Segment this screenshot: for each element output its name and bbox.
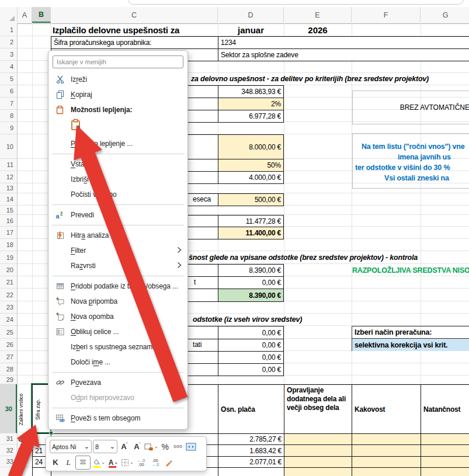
- column-header-D[interactable]: D: [218, 7, 284, 23]
- menu-item-4[interactable]: Posebno lepljenje ...: [48, 136, 187, 151]
- copy-as-picture-button[interactable]: ⌄: [144, 440, 158, 453]
- calc-mode-value[interactable]: selektivna korekcija vsi krit.: [352, 339, 469, 351]
- lock-marker-A33[interactable]: O: [18, 456, 31, 467]
- column-header-B[interactable]: B: [32, 7, 51, 23]
- comma-style-button[interactable]: 000: [172, 440, 184, 453]
- value-cell-D14[interactable]: 500,00 €: [218, 193, 284, 206]
- menu-item-12[interactable]: Hitra analiza: [48, 228, 187, 243]
- menu-item-16[interactable]: Pridobi podatke iz tabele/obsega ...: [48, 279, 187, 294]
- menu-item-13[interactable]: Filter: [48, 243, 187, 258]
- merge-center-button[interactable]: [185, 440, 197, 453]
- row-header-4[interactable]: 4: [0, 61, 17, 73]
- row-header-22[interactable]: 22: [0, 289, 17, 301]
- column-header-A[interactable]: A: [18, 7, 32, 23]
- borders-button[interactable]: ⌄: [121, 456, 134, 469]
- row-header-7[interactable]: 7: [0, 98, 17, 110]
- menu-item-0[interactable]: Izreži: [48, 72, 187, 87]
- bold-button[interactable]: K: [50, 456, 61, 469]
- fill-handle[interactable]: [49, 431, 53, 435]
- row-header-26[interactable]: 26: [0, 339, 17, 351]
- lock-marker-A31[interactable]: O: [18, 433, 31, 444]
- font-color-button[interactable]: A⌄: [107, 456, 120, 469]
- row-header-6[interactable]: 6: [0, 85, 17, 98]
- row-header-30[interactable]: 30: [0, 384, 17, 433]
- value-cell-D21[interactable]: 0,00 €: [218, 276, 284, 289]
- row-header-1[interactable]: 1: [0, 23, 17, 36]
- row-header-18[interactable]: 18: [0, 239, 17, 251]
- percent-style-button[interactable]: %: [159, 440, 171, 453]
- table-cell-F34[interactable]: [352, 467, 421, 476]
- row-header-24[interactable]: 24: [0, 314, 17, 326]
- row-header-14[interactable]: 14: [0, 193, 17, 206]
- value-cell-D22[interactable]: 8.390,00 €: [218, 289, 284, 302]
- menu-item-26[interactable]: Poveži s tem obsegom: [48, 411, 187, 426]
- value-cell-D3[interactable]: Sektor za splošne zadeve: [218, 48, 469, 61]
- table-header-G[interactable]: Natančnost: [421, 384, 469, 433]
- menu-item-8[interactable]: Počisti vsebino: [48, 187, 187, 202]
- select-all-corner[interactable]: [0, 7, 18, 23]
- menu-item-6[interactable]: Vstavi ...: [48, 157, 187, 172]
- fill-color-button[interactable]: ⌄: [92, 456, 106, 469]
- decrease-decimal-button[interactable]: ←.0.00: [135, 456, 148, 469]
- lock-marker-A32[interactable]: O: [18, 444, 31, 456]
- row-header-28[interactable]: 28: [0, 363, 17, 376]
- increase-decimal-button[interactable]: .00→.0: [149, 456, 162, 469]
- value-cell-D17[interactable]: 11.400,00 €: [218, 227, 284, 239]
- value-cell-D12[interactable]: 4.000,00 €: [218, 171, 284, 184]
- table-cell-D33[interactable]: 2.077,01 €: [218, 456, 284, 467]
- menu-item-14[interactable]: Razvrsti: [48, 258, 187, 273]
- row-header-9[interactable]: 9: [0, 122, 17, 134]
- row-header-21[interactable]: 21: [0, 276, 17, 289]
- value-cell-D6[interactable]: 348.863,93 €: [218, 85, 284, 98]
- table-cell-E32[interactable]: [284, 444, 352, 456]
- value-cell-D10[interactable]: 8.000,00 €: [218, 134, 284, 159]
- paste-keep-text-button[interactable]: A: [70, 119, 85, 134]
- row-header-32[interactable]: 32: [0, 444, 17, 456]
- row-header-27[interactable]: 27: [0, 351, 17, 363]
- font-size-select[interactable]: 8⌄: [93, 440, 117, 453]
- table-header-F[interactable]: Kakovost: [352, 384, 421, 433]
- row-header-11[interactable]: 11: [0, 159, 17, 171]
- table-cell-D32[interactable]: 1.683,42 €: [218, 444, 284, 456]
- value-cell-D27[interactable]: 0,00 €: [218, 351, 284, 363]
- menu-search-input[interactable]: [53, 55, 183, 68]
- value-cell-D20[interactable]: 8.390,00 €: [218, 264, 284, 276]
- table-cell-D31[interactable]: 2.785,27 €: [218, 433, 284, 444]
- menu-item-10[interactable]: ažPrevedi: [48, 207, 187, 223]
- increase-font-button[interactable]: Aˆ: [119, 440, 130, 453]
- table-header-D[interactable]: Osn. plača: [218, 384, 284, 433]
- column-header-E[interactable]: E: [284, 7, 352, 23]
- italic-button[interactable]: L: [62, 456, 74, 469]
- row-header-5[interactable]: 5: [0, 73, 17, 85]
- table-cell-F32[interactable]: [352, 444, 421, 456]
- column-header-F[interactable]: F: [352, 7, 421, 23]
- row-header-2[interactable]: 2: [0, 36, 17, 48]
- column-header-G[interactable]: G: [421, 7, 469, 23]
- table-cell-D34[interactable]: [218, 467, 284, 476]
- menu-item-23[interactable]: Povezava: [48, 375, 187, 390]
- font-name-select[interactable]: Aptos Ni⌄: [50, 440, 92, 453]
- report-year[interactable]: 2026: [284, 25, 352, 35]
- value-cell-D26[interactable]: 0,00 €: [218, 339, 284, 351]
- menu-item-21[interactable]: Določi ime ...: [48, 355, 187, 370]
- row-header-3[interactable]: 3: [0, 48, 17, 61]
- decrease-font-button[interactable]: Aˇ: [131, 440, 143, 453]
- menu-item-19[interactable]: Oblikuj celice ...: [48, 324, 187, 339]
- table-cell-E33[interactable]: [284, 456, 352, 467]
- value-cell-D28[interactable]: 0,00 €: [218, 363, 284, 376]
- column-header-C[interactable]: C: [51, 7, 218, 23]
- center-align-button[interactable]: [75, 456, 91, 470]
- table-cell-G32[interactable]: [421, 444, 469, 456]
- value-cell-D2[interactable]: 1234: [218, 36, 469, 48]
- value-cell-D25[interactable]: 0,00 €: [218, 326, 284, 339]
- table-cell-E31[interactable]: [284, 433, 352, 444]
- menu-item-1[interactable]: Kopiraj: [48, 87, 187, 102]
- value-cell-D11[interactable]: 50%: [218, 159, 284, 171]
- value-cell-D7[interactable]: 2%: [218, 98, 284, 110]
- table-cell-F31[interactable]: [352, 433, 421, 444]
- value-cell-D16[interactable]: 11.477,28 €: [218, 215, 284, 227]
- row-header-33[interactable]: 33: [0, 456, 17, 467]
- row-header-23[interactable]: 23: [0, 301, 17, 314]
- table-cell-G33[interactable]: [421, 456, 469, 467]
- menu-item-18[interactable]: Nova opomba: [48, 309, 187, 324]
